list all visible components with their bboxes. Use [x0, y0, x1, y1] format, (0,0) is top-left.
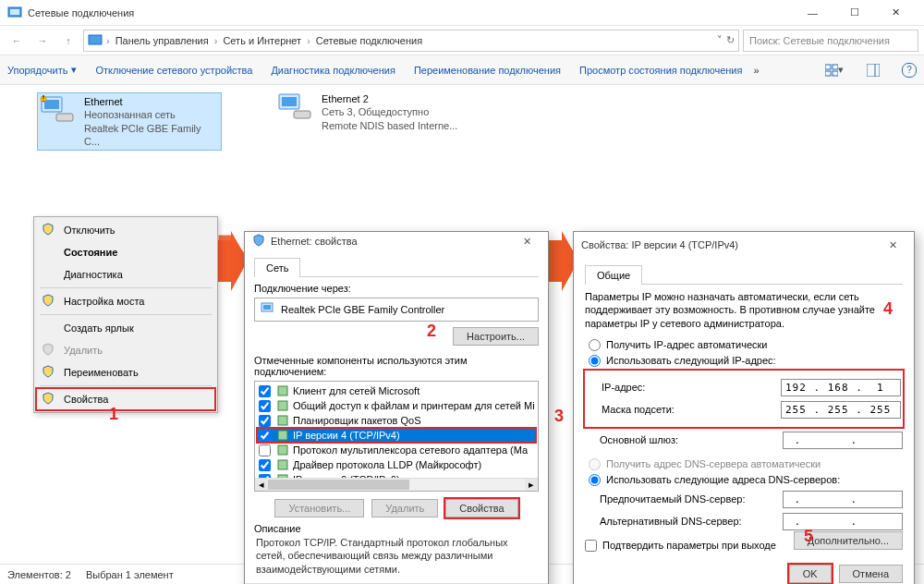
- components-list[interactable]: Клиент для сетей MicrosoftОбщий доступ к…: [254, 381, 539, 492]
- component-label: Планировщик пакетов QoS: [293, 415, 421, 426]
- components-label: Отмеченные компоненты используются этим …: [254, 346, 539, 377]
- connection-status: Неопознанная сеть: [84, 108, 219, 121]
- search-input[interactable]: Поиск: Сетевые подключения: [743, 30, 918, 52]
- ctx-delete[interactable]: Удалить: [36, 339, 215, 361]
- remove-button[interactable]: Удалить: [371, 499, 438, 517]
- component-item[interactable]: Протокол мультиплексора сетевого адаптер…: [257, 443, 536, 457]
- protocol-icon: [276, 444, 289, 456]
- svg-rect-16: [294, 111, 310, 118]
- shield-icon: [42, 392, 56, 407]
- svg-rect-23: [278, 416, 287, 425]
- view-mode-button[interactable]: ▾: [824, 60, 845, 80]
- gateway-label: Основной шлюз:: [600, 434, 783, 445]
- component-item[interactable]: Драйвер протокола LLDP (Майкрософт): [257, 457, 536, 472]
- install-button[interactable]: Установить...: [274, 499, 364, 517]
- address-refresh-icon[interactable]: ↻: [726, 34, 735, 46]
- gateway-input[interactable]: [783, 432, 903, 449]
- svg-rect-4: [833, 65, 838, 69]
- nav-back-button[interactable]: ←: [6, 30, 28, 52]
- scrollbar-horizontal[interactable]: ◂ ▸: [255, 478, 538, 491]
- ip-label: IP-адрес:: [602, 382, 781, 393]
- component-item[interactable]: IP версии 4 (TCP/IPv4): [257, 428, 536, 443]
- ctx-rename[interactable]: Переименовать: [36, 361, 215, 383]
- ip-input[interactable]: [781, 379, 901, 396]
- component-checkbox[interactable]: [259, 400, 271, 412]
- window-title: Сетевые подключения: [28, 7, 792, 18]
- ctx-bridge[interactable]: Настройка моста: [36, 290, 215, 312]
- shield-icon: [42, 223, 56, 237]
- mask-input[interactable]: [781, 401, 901, 419]
- configure-button[interactable]: Настроить...: [453, 327, 539, 346]
- component-checkbox[interactable]: [259, 430, 271, 442]
- component-checkbox[interactable]: [259, 459, 271, 471]
- view-status-button[interactable]: Просмотр состояния подключения »: [579, 65, 760, 76]
- tab-general[interactable]: Общие: [585, 265, 642, 285]
- minimize-button[interactable]: —: [792, 0, 833, 26]
- cancel-button[interactable]: Отмена: [839, 565, 903, 583]
- shield-icon: [42, 343, 56, 358]
- ip-fields-group: IP-адрес: Маска подсети:: [585, 371, 903, 427]
- protocol-icon: [276, 458, 289, 471]
- preview-pane-button[interactable]: [863, 60, 883, 80]
- dialog-close-button[interactable]: ✕: [879, 236, 906, 254]
- disable-device-button[interactable]: Отключение сетевого устройства: [95, 65, 252, 76]
- radio-manual-dns[interactable]: Использовать следующие адреса DNS-сервер…: [589, 474, 903, 486]
- connection-name: Ethernet: [84, 95, 219, 108]
- close-button[interactable]: ✕: [875, 0, 917, 26]
- ctx-diagnose[interactable]: Диагностика: [36, 263, 215, 286]
- folder-icon: [88, 32, 103, 49]
- component-checkbox[interactable]: [259, 385, 271, 397]
- connect-via-label: Подключение через:: [254, 283, 539, 294]
- component-item[interactable]: Планировщик пакетов QoS: [257, 413, 536, 428]
- content-area: ! Ethernet Неопознанная сеть Realtek PCI…: [0, 85, 924, 564]
- description-group-label: Описание: [254, 523, 539, 534]
- adapter-name: Realtek PCIe GBE Family Controller: [281, 304, 444, 315]
- component-checkbox[interactable]: [259, 415, 271, 427]
- maximize-button[interactable]: ☐: [833, 0, 875, 26]
- ok-button[interactable]: OK: [789, 565, 832, 583]
- chevron-down-icon: ▾: [71, 64, 77, 76]
- shield-icon: [42, 294, 56, 309]
- address-dropdown-icon[interactable]: ˅: [717, 34, 723, 46]
- component-label: Общий доступ к файлам и принтерам для се…: [293, 400, 535, 411]
- ctx-disable[interactable]: Отключить: [36, 219, 215, 241]
- radio-auto-ip[interactable]: Получить IP-адрес автоматически: [589, 339, 903, 351]
- component-properties-button[interactable]: Свойства: [445, 499, 517, 517]
- svg-rect-11: [56, 114, 73, 121]
- svg-rect-24: [278, 431, 287, 440]
- svg-rect-3: [825, 65, 831, 69]
- nav-up-button[interactable]: ↑: [57, 30, 79, 52]
- scroll-left-button[interactable]: ◂: [255, 479, 268, 491]
- breadcrumb-root[interactable]: Панель управления: [114, 35, 211, 46]
- diagnose-button[interactable]: Диагностика подключения: [271, 65, 395, 76]
- scroll-right-button[interactable]: ▸: [525, 479, 538, 491]
- ctx-shortcut[interactable]: Создать ярлык: [36, 317, 215, 339]
- ctx-status[interactable]: Состояние: [36, 241, 215, 263]
- connection-item-ethernet2[interactable]: Ethernet 2 Сеть 3, Общедоступно Remote N…: [277, 92, 462, 151]
- component-item[interactable]: Общий доступ к файлам и принтерам для се…: [257, 398, 536, 413]
- dialog-close-button[interactable]: ✕: [513, 232, 541, 250]
- address-bar[interactable]: › Панель управления › Сеть и Интернет › …: [83, 30, 739, 52]
- tab-network[interactable]: Сеть: [254, 258, 300, 277]
- radio-manual-ip[interactable]: Использовать следующий IP-адрес:: [589, 355, 903, 367]
- rename-button[interactable]: Переименование подключения: [414, 65, 561, 76]
- component-label: Протокол мультиплексора сетевого адаптер…: [293, 444, 528, 456]
- separator: [40, 385, 212, 386]
- component-item[interactable]: Клиент для сетей Microsoft: [257, 383, 536, 398]
- app-icon: [7, 6, 22, 20]
- component-checkbox[interactable]: [259, 444, 271, 456]
- help-button[interactable]: ?: [902, 63, 917, 78]
- organize-menu[interactable]: Упорядочить ▾: [7, 64, 77, 76]
- annotation-5: 5: [804, 527, 813, 546]
- separator: [40, 314, 212, 315]
- scrollbar-thumb[interactable]: [268, 480, 409, 490]
- ipv4-properties-dialog: Свойства: IP версии 4 (TCP/IPv4) ✕ Общие…: [573, 231, 915, 584]
- connection-item-ethernet[interactable]: ! Ethernet Неопознанная сеть Realtek PCI…: [37, 92, 222, 151]
- breadcrumb-leaf[interactable]: Сетевые подключения: [314, 35, 424, 46]
- dns2-input[interactable]: [783, 513, 903, 530]
- svg-rect-2: [89, 35, 102, 44]
- ctx-properties[interactable]: Свойства: [36, 388, 215, 410]
- breadcrumb-mid[interactable]: Сеть и Интернет: [221, 35, 303, 46]
- nav-forward-button[interactable]: →: [31, 30, 54, 52]
- dns1-input[interactable]: [783, 491, 903, 508]
